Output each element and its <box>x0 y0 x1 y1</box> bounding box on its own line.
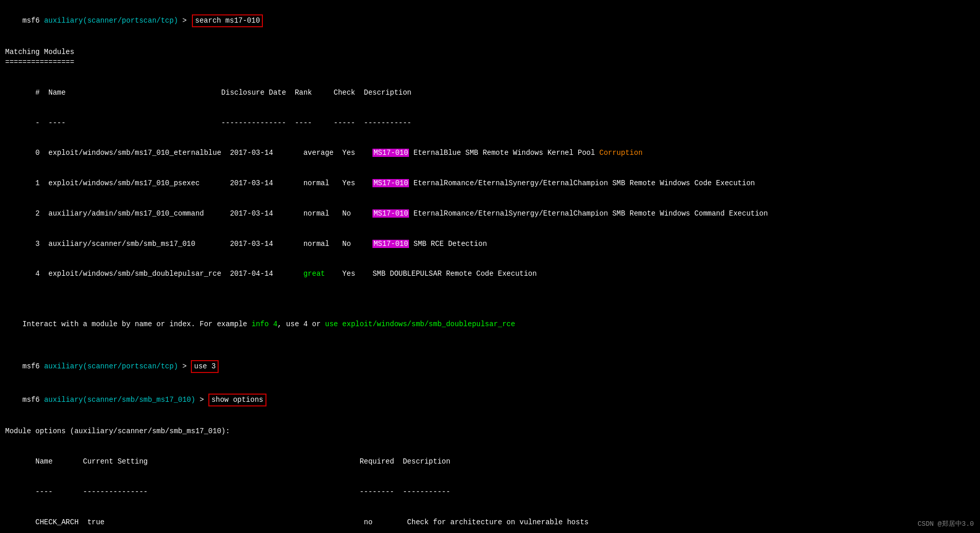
terminal-window: msf6 auxiliary(scanner/portscan/tcp) > s… <box>0 0 980 533</box>
matching-modules-header: Matching Modules <box>5 47 975 58</box>
table-row-3: 3 auxiliary/scanner/smb/smb_ms17_010 201… <box>5 229 975 259</box>
use3-command: use 3 <box>191 360 219 374</box>
line-use3: msf6 auxiliary(scanner/portscan/tcp) > u… <box>5 350 975 383</box>
show-options-command: show options <box>208 394 266 407</box>
line-show-options: msf6 auxiliary(scanner/smb/smb_ms17_010)… <box>5 383 975 417</box>
search-command: search ms17-010 <box>192 14 263 28</box>
interact-hint: Interact with a module by name or index.… <box>5 310 975 340</box>
matching-modules-sep: ================ <box>5 58 975 68</box>
watermark: CSDN @郑居中3.0 <box>918 520 974 529</box>
options-table-sep: ---- --------------- -------- ----------… <box>5 477 975 507</box>
table-row-1: 1 exploit/windows/smb/ms17_010_psexec 20… <box>5 169 975 199</box>
msf6-label: msf6 <box>23 16 44 25</box>
options-table-header: Name Current Setting Required Descriptio… <box>5 447 975 477</box>
line-prompt-search: msf6 auxiliary(scanner/portscan/tcp) > s… <box>5 4 975 38</box>
opt-check-arch: CHECK_ARCH true no Check for architectur… <box>5 507 975 533</box>
table-header: # Name Disclosure Date Rank Check Descri… <box>5 78 975 108</box>
module-options-header: Module options (auxiliary/scanner/smb/sm… <box>5 427 975 437</box>
table-row-2: 2 auxiliary/admin/smb/ms17_010_command 2… <box>5 199 975 229</box>
table-row-4: 4 exploit/windows/smb/smb_doublepulsar_r… <box>5 259 975 290</box>
table-row-0: 0 exploit/windows/smb/ms17_010_eternalbl… <box>5 138 975 169</box>
module-label: auxiliary(scanner/portscan/tcp) <box>44 16 178 25</box>
table-sep: - ---- --------------- ---- ----- ------… <box>5 108 975 138</box>
